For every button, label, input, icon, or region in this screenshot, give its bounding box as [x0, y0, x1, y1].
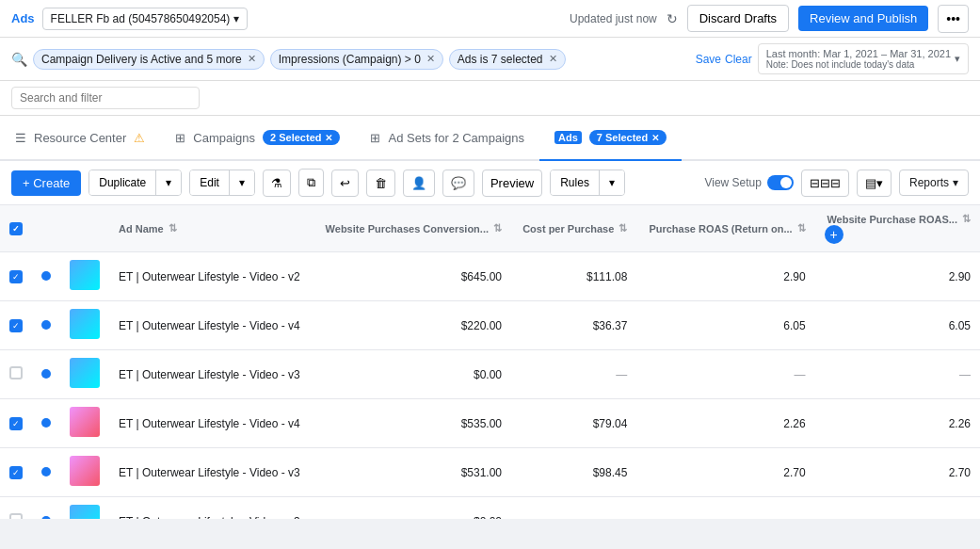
status-toggle[interactable]: [41, 271, 51, 281]
row-purchase-roas: 6.05: [636, 301, 814, 350]
search-input[interactable]: [11, 87, 200, 109]
view-setup-toggle[interactable]: [767, 175, 794, 190]
date-range-note: Note: Does not include today's data: [766, 59, 951, 70]
updated-text: Updated just now: [570, 12, 657, 25]
clear-button[interactable]: Clear: [725, 53, 752, 66]
reports-button[interactable]: Reports ▾: [899, 170, 969, 196]
ad-thumbnail: [70, 260, 100, 290]
discard-drafts-button[interactable]: Discard Drafts: [687, 5, 789, 32]
row-website-purchases: $0.00: [313, 350, 511, 399]
date-range-selector[interactable]: Last month: Mar 1, 2021 – Mar 31, 2021 N…: [758, 43, 969, 74]
top-bar-right: Updated just now ↻ Discard Drafts Review…: [570, 5, 969, 33]
column-layout-button[interactable]: ⊟⊟⊟: [801, 170, 849, 197]
status-toggle[interactable]: [41, 320, 51, 330]
warning-icon: ⚠: [134, 131, 145, 145]
col-ad-name[interactable]: Ad Name ⇅: [109, 205, 313, 252]
save-button[interactable]: Save: [696, 53, 721, 66]
review-publish-button[interactable]: Review and Publish: [798, 6, 928, 31]
row-checkbox-cell: ✓: [0, 301, 32, 350]
add-column-button[interactable]: +: [825, 225, 843, 244]
filter-close-0[interactable]: ✕: [248, 53, 256, 65]
row-purchase-roas: —: [636, 497, 814, 520]
campaigns-icon: ⊞: [175, 131, 185, 145]
row-purchase-roas: 2.26: [636, 399, 814, 448]
col-purchase-roas-sort[interactable]: ⇅: [797, 222, 806, 234]
tab-campaigns[interactable]: ⊞ Campaigns 2 Selected ✕: [160, 116, 355, 161]
undo-button[interactable]: ↩: [331, 170, 359, 197]
table-row: ✓ ET | Outerwear Lifestyle - Video - v4 …: [0, 399, 980, 448]
rules-dropdown[interactable]: ▾: [600, 170, 624, 195]
ab-test-button[interactable]: ⚗: [263, 170, 291, 197]
filter-close-1[interactable]: ✕: [426, 53, 435, 65]
col-thumb: [60, 205, 109, 252]
tab-ads[interactable]: Ads 7 Selected ✕: [539, 116, 682, 161]
row-checkbox[interactable]: ✓: [9, 466, 23, 479]
col-purchase-roas-label: Purchase ROAS (Return on...: [649, 223, 792, 234]
status-toggle[interactable]: [41, 467, 51, 476]
row-checkbox[interactable]: [9, 366, 23, 379]
col-purchase-roas[interactable]: Purchase ROAS (Return on... ⇅: [636, 205, 814, 252]
row-checkbox[interactable]: ✓: [9, 417, 23, 430]
row-website-purchase-roas: 2.90: [815, 252, 980, 301]
edit-dropdown[interactable]: ▾: [230, 170, 254, 195]
status-toggle[interactable]: [41, 369, 51, 379]
filter-chip-2[interactable]: Ads is 7 selected ✕: [449, 49, 566, 70]
filter-close-2[interactable]: ✕: [549, 53, 557, 65]
row-status-cell: [32, 301, 60, 350]
edit-button[interactable]: Edit: [190, 170, 230, 195]
tab-resource-center[interactable]: ☰ Resource Center ⚠: [0, 116, 160, 161]
status-toggle[interactable]: [41, 418, 51, 428]
ads-icon: Ads: [554, 131, 582, 144]
rules-button[interactable]: Rules: [551, 170, 600, 195]
copy-button[interactable]: ⧉: [298, 169, 324, 197]
row-website-purchases: $645.00: [313, 252, 511, 301]
create-button[interactable]: + Create: [11, 170, 81, 196]
col-cost-per-purchase-sort[interactable]: ⇅: [619, 222, 627, 234]
row-website-purchase-roas: 6.05: [815, 301, 980, 350]
col-checkbox: ✓: [0, 205, 32, 252]
row-checkbox[interactable]: ✓: [9, 270, 23, 283]
campaigns-badge-close[interactable]: ✕: [325, 133, 332, 143]
row-thumb-cell: [60, 448, 109, 497]
col-cost-per-purchase[interactable]: Cost per Purchase ⇅: [511, 205, 636, 252]
row-website-purchase-roas: —: [815, 350, 980, 399]
table-container[interactable]: ✓ Ad Name ⇅ Website Purchases Conversion…: [0, 205, 980, 519]
ads-badge-close[interactable]: ✕: [651, 133, 659, 143]
status-toggle[interactable]: [41, 516, 51, 520]
col-website-purchases[interactable]: Website Purchases Conversion... ⇅: [313, 205, 511, 252]
ad-thumbnail: [70, 309, 100, 339]
col-ad-name-sort[interactable]: ⇅: [169, 222, 177, 234]
row-checkbox-cell: [0, 497, 32, 520]
ads-badge: 7 Selected ✕: [589, 130, 667, 145]
row-thumb-cell: [60, 399, 109, 448]
delete-button[interactable]: 🗑: [366, 170, 395, 197]
filter-chip-0[interactable]: Campaign Delivery is Active and 5 more ✕: [33, 49, 265, 70]
row-purchase-roas: —: [636, 350, 814, 399]
col-website-purchase-roas[interactable]: Website Purchase ROAS... ⇅ +: [815, 205, 980, 252]
assign-button[interactable]: 👤: [403, 170, 435, 197]
row-ad-name: ET | Outerwear Lifestyle - Video - v3: [109, 350, 313, 399]
row-ad-name: ET | Outerwear Lifestyle - Video - v4: [109, 301, 313, 350]
row-thumb-cell: [60, 497, 109, 520]
row-checkbox[interactable]: [9, 513, 23, 519]
select-all-checkbox[interactable]: ✓: [9, 222, 23, 235]
rules-group: Rules ▾: [550, 170, 625, 196]
row-checkbox[interactable]: ✓: [9, 319, 23, 332]
refresh-button[interactable]: ↻: [667, 11, 678, 26]
comment-button[interactable]: 💬: [442, 170, 474, 197]
duplicate-button[interactable]: Duplicate: [89, 170, 156, 195]
more-options-button[interactable]: •••: [938, 5, 969, 33]
row-checkbox-cell: [0, 350, 32, 399]
table-row: ✓ ET | Outerwear Lifestyle - Video - v2 …: [0, 252, 980, 301]
row-cost-per-purchase: $98.45: [511, 448, 636, 497]
col-website-purchases-sort[interactable]: ⇅: [493, 222, 502, 234]
col-website-purchase-roas-sort[interactable]: ⇅: [962, 213, 971, 225]
account-selector[interactable]: FELLER Fb ad (504578650492054) ▾: [42, 8, 249, 30]
ad-thumbnail: [70, 505, 100, 519]
preview-button[interactable]: Preview: [482, 170, 542, 197]
ad-thumbnail: [70, 407, 100, 437]
tab-ad-sets[interactable]: ⊞ Ad Sets for 2 Campaigns: [355, 116, 539, 161]
duplicate-dropdown[interactable]: ▾: [156, 170, 181, 195]
filter-chip-1[interactable]: Impressions (Campaign) > 0 ✕: [270, 49, 443, 70]
table-layout-button[interactable]: ▤▾: [857, 170, 892, 197]
